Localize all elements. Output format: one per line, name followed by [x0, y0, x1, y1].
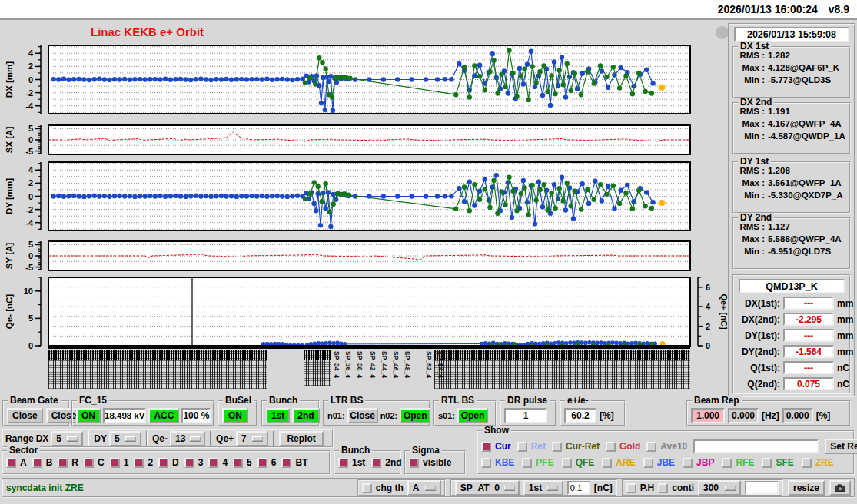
version-label: v8.9	[829, 3, 849, 15]
checkbox[interactable]	[208, 458, 218, 468]
fc15-percent-field[interactable]: 100 %	[181, 408, 211, 423]
navg-select[interactable]: 300	[698, 480, 741, 496]
checkbox[interactable]	[371, 458, 381, 468]
checkbox[interactable]	[762, 458, 772, 468]
threshold-mode-select[interactable]: A	[407, 480, 441, 496]
show-check-jbe[interactable]: JBE	[643, 457, 675, 468]
checkbox[interactable]	[6, 458, 16, 468]
checkbox[interactable]	[409, 458, 419, 468]
range-dx-select[interactable]: 5	[51, 431, 83, 446]
fc15-kv-field[interactable]: 18.498 kV	[103, 408, 146, 423]
fc15-acc-button[interactable]: ACC	[148, 408, 179, 423]
show-row1-checks: CurRefCur-RefGoldAve10	[481, 441, 687, 452]
ltr-n02-open-button[interactable]: Open	[400, 408, 430, 423]
sector-check-1[interactable]: 1	[110, 457, 129, 468]
show-check-jbp[interactable]: JBP	[683, 457, 714, 468]
checkbox[interactable]	[184, 458, 194, 468]
checkbox[interactable]	[233, 458, 243, 468]
show-check-zre[interactable]: ZRE	[802, 457, 834, 468]
checkbox[interactable]	[646, 442, 656, 452]
sector-check-bt[interactable]: BT	[281, 457, 307, 468]
checkbox[interactable]	[562, 458, 572, 468]
checkbox[interactable]	[84, 458, 94, 468]
sector-check-2[interactable]: 2	[134, 457, 153, 468]
show-check-cur[interactable]: Cur	[481, 441, 511, 452]
set-ref-button[interactable]: Set Ref	[825, 439, 857, 454]
checkbox[interactable]	[722, 458, 732, 468]
ltr-bs-title: LTR BS	[328, 396, 365, 406]
sector-check-b[interactable]: B	[32, 457, 53, 468]
show-check-qfe[interactable]: QFE	[562, 457, 595, 468]
sector-check-6[interactable]: 6	[257, 457, 277, 468]
resize-button[interactable]: resize	[788, 480, 825, 496]
sector-check-c[interactable]: C	[84, 457, 105, 468]
busel-on-button[interactable]: ON	[222, 408, 248, 423]
ref-file-input[interactable]	[693, 439, 819, 453]
sigma-check-visible[interactable]: visible	[409, 457, 451, 468]
checkbox[interactable]	[517, 442, 527, 452]
replot-button[interactable]: Replot	[279, 431, 324, 446]
checkbox[interactable]	[602, 458, 612, 468]
sp-at-select[interactable]: SP_AT_0	[455, 480, 520, 496]
checkbox[interactable]	[481, 458, 491, 468]
stat-box-title: DX 1st	[738, 41, 771, 51]
checkbox[interactable]	[158, 458, 168, 468]
checkbox[interactable]	[110, 458, 120, 468]
checkbox[interactable]	[58, 458, 68, 468]
bunch-2nd-button[interactable]: 2nd	[292, 408, 319, 423]
range-qep-select[interactable]: 7	[236, 431, 268, 446]
qmd-row-value: ---	[783, 329, 834, 342]
checkbox[interactable]	[606, 442, 616, 452]
checkbox[interactable]	[134, 458, 144, 468]
stat-max-value: 3.561@QWFP_1A	[768, 178, 842, 187]
beam-rep-set-field[interactable]: 1.000	[691, 408, 725, 423]
show-check-sfe[interactable]: SFE	[762, 457, 793, 468]
show-check-gold[interactable]: Gold	[606, 441, 640, 452]
checkbox[interactable]	[257, 458, 267, 468]
sector-check-a[interactable]: A	[6, 457, 27, 468]
bunch-check-2nd[interactable]: 2nd	[371, 457, 401, 468]
checkbox[interactable]	[281, 458, 291, 468]
sector-check-3[interactable]: 3	[184, 457, 204, 468]
checkbox[interactable]	[552, 442, 562, 452]
sector-check-r[interactable]: R	[58, 457, 78, 468]
show-check-ave10[interactable]: Ave10	[646, 441, 687, 452]
bunch-order-select[interactable]: 1st	[523, 480, 563, 496]
screenshot-button[interactable]	[829, 480, 851, 496]
ph-checkbox[interactable]	[626, 483, 636, 493]
checkbox[interactable]	[522, 458, 532, 468]
checkbox[interactable]	[802, 458, 812, 468]
beam-gate-close-1-button[interactable]: Close	[7, 408, 43, 423]
sector-check-d[interactable]: D	[158, 457, 179, 468]
eratio-field[interactable]: 60.2	[564, 408, 596, 423]
show-check-pfe[interactable]: PFE	[522, 457, 553, 468]
range-qem-select[interactable]: 13	[170, 431, 205, 446]
show-check-kbe[interactable]: KBE	[481, 457, 514, 468]
show-title: Show	[482, 426, 511, 436]
bunch-1st-button[interactable]: 1st	[266, 408, 290, 423]
sector-check-4[interactable]: 4	[208, 457, 228, 468]
checkbox[interactable]	[32, 458, 42, 468]
checkbox-label: PFE	[536, 457, 553, 468]
y-tick-label: 0	[28, 75, 33, 85]
checkbox[interactable]	[643, 458, 653, 468]
range-dy-select[interactable]: 5	[109, 431, 141, 446]
show-check-are[interactable]: ARE	[602, 457, 635, 468]
dr-pulse-field[interactable]: 1	[504, 408, 547, 423]
ltr-n01-close-button[interactable]: Close	[347, 408, 378, 423]
checkbox[interactable]	[338, 458, 348, 468]
rtl-s01-open-button[interactable]: Open	[457, 408, 488, 423]
checkbox[interactable]	[481, 442, 491, 452]
bpm-label: SP_44_4	[380, 351, 388, 378]
bunch-check-1st[interactable]: 1st	[338, 457, 365, 468]
sector-check-5[interactable]: 5	[233, 457, 252, 468]
extra-input[interactable]	[745, 481, 779, 495]
show-check-ref[interactable]: Ref	[517, 441, 546, 452]
show-check-rfe[interactable]: RFE	[722, 457, 754, 468]
fc15-on-button[interactable]: ON	[76, 408, 101, 423]
conti-checkbox[interactable]	[658, 483, 668, 493]
threshold-value-input[interactable]	[567, 481, 590, 495]
checkbox[interactable]	[683, 458, 693, 468]
show-check-cur-ref[interactable]: Cur-Ref	[552, 441, 600, 452]
chg-th-checkbox[interactable]	[362, 483, 372, 493]
